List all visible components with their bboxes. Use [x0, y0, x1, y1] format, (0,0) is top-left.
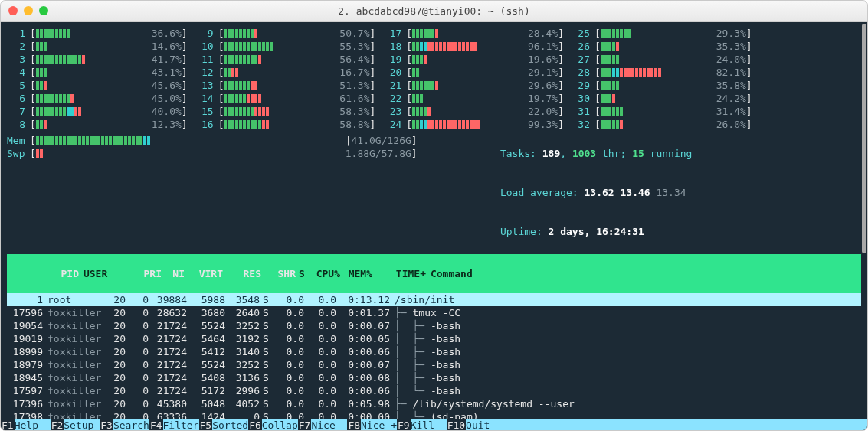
fkey-label[interactable]: Collap — [262, 419, 298, 431]
fkey-f9[interactable]: F9 — [397, 419, 411, 431]
cpu-meter-19: 19[19.6%] — [383, 53, 564, 66]
fkey-f3[interactable]: F3 — [100, 419, 113, 431]
fkey-label[interactable]: Help — [15, 419, 51, 431]
traffic-lights — [8, 6, 48, 15]
cpu-meter-16: 16[58.8%] — [195, 118, 376, 131]
fkey-label[interactable]: Quit — [466, 419, 502, 431]
fkey-label[interactable]: Filter — [163, 419, 199, 431]
cpu-meter-14: 14[61.6%] — [195, 92, 376, 105]
window-title: 2. abcdabcd987@tianyi00: ~ (ssh) — [338, 5, 529, 18]
cpu-meter-20: 20[29.1%] — [383, 66, 564, 79]
cpu-meter-10: 10[55.3%] — [195, 40, 376, 53]
scrollbar-thumb[interactable] — [862, 24, 866, 253]
cpu-meter-24: 24[99.3%] — [383, 118, 564, 131]
cpu-meter-22: 22[19.7%] — [383, 92, 564, 105]
fkey-f1[interactable]: F1 — [1, 419, 15, 431]
scrollbar[interactable] — [862, 24, 866, 429]
table-row[interactable]: 19019foxkiller2002172454643192S0.00.00:0… — [7, 332, 861, 345]
cpu-meter-13: 13[51.3%] — [195, 79, 376, 92]
cpu-meter-31: 31[31.4%] — [572, 105, 752, 118]
table-row[interactable]: 1root2003988459883548S0.00.00:13.12/sbin… — [7, 293, 861, 306]
process-table[interactable]: 1root2003988459883548S0.00.00:13.12/sbin… — [7, 293, 861, 431]
cpu-meter-15: 15[58.3%] — [195, 105, 376, 118]
table-row[interactable]: 17597foxkiller2002172451722996S0.00.00:0… — [7, 384, 861, 397]
cpu-meter-26: 26[35.3%] — [572, 40, 752, 53]
cpu-meter-29: 29[35.8%] — [572, 79, 752, 92]
terminal-window: 2. abcdabcd987@tianyi00: ~ (ssh) 1[36.6%… — [0, 0, 868, 431]
cpu-meter-9: 9[50.7%] — [195, 27, 376, 40]
cpu-meter-11: 11[56.4%] — [195, 53, 376, 66]
fkey-f4[interactable]: F4 — [149, 419, 163, 431]
fkey-f10[interactable]: F10 — [447, 419, 466, 431]
mem-meter: Mem[|41.0G/126G] — [7, 134, 418, 147]
fkey-label[interactable]: Search — [113, 419, 149, 431]
mem-area: Mem[|41.0G/126G] Swp[1.88G/57.8G] Tasks:… — [7, 134, 861, 251]
fkey-f5[interactable]: F5 — [199, 419, 213, 431]
cpu-meter-28: 28[82.1%] — [572, 66, 752, 79]
process-table-header[interactable]: PIDUSERPRINIVIRTRESSHRSCPU%MEM%TIME+Comm… — [7, 254, 861, 293]
minimize-icon[interactable] — [24, 6, 33, 15]
cpu-meter-8: 8[12.3%] — [7, 118, 188, 131]
close-icon[interactable] — [8, 6, 18, 15]
fkey-label[interactable]: Kill — [411, 419, 447, 431]
swp-meter: Swp[1.88G/57.8G] — [7, 147, 418, 160]
function-keys: F1Help F2Setup F3SearchF4FilterF5SortedF… — [1, 419, 867, 431]
fkey-label[interactable]: Setup — [64, 419, 100, 431]
terminal-body[interactable]: 1[36.6%]2[14.6%]3[41.7%]4[43.1%]5[45.6%]… — [1, 22, 867, 431]
cpu-columns: 1[36.6%]2[14.6%]3[41.7%]4[43.1%]5[45.6%]… — [7, 27, 752, 131]
table-row[interactable]: 19054foxkiller2002172455243252S0.00.00:0… — [7, 319, 861, 332]
fkey-f2[interactable]: F2 — [51, 419, 64, 431]
cpu-meter-23: 23[22.0%] — [383, 105, 564, 118]
cpu-meter-3: 3[41.7%] — [7, 53, 188, 66]
table-row[interactable]: 18979foxkiller2002172455243252S0.00.00:0… — [7, 358, 861, 371]
fkey-label[interactable]: Sorted — [212, 419, 248, 431]
cpu-meter-18: 18[96.1%] — [383, 40, 564, 53]
cpu-meter-25: 25[29.3%] — [572, 27, 752, 40]
cpu-meter-6: 6[45.0%] — [7, 92, 188, 105]
meters-area: 1[36.6%]2[14.6%]3[41.7%]4[43.1%]5[45.6%]… — [7, 27, 861, 131]
cpu-meter-2: 2[14.6%] — [7, 40, 188, 53]
table-row[interactable]: 18945foxkiller2002172454083136S0.00.00:0… — [7, 371, 861, 384]
table-row[interactable]: 17396foxkiller2004538050484052S0.00.00:0… — [7, 397, 861, 410]
fkey-label[interactable]: Nice + — [361, 419, 397, 431]
cpu-meter-4: 4[43.1%] — [7, 66, 188, 79]
maximize-icon[interactable] — [39, 6, 48, 15]
cpu-meter-7: 7[40.0%] — [7, 105, 188, 118]
system-info: Tasks: 189, 1003 thr; 15 running Load av… — [441, 134, 693, 251]
cpu-meter-21: 21[29.6%] — [383, 79, 564, 92]
cpu-meter-12: 12[16.7%] — [195, 66, 376, 79]
cpu-meter-17: 17[28.4%] — [383, 27, 564, 40]
cpu-meter-5: 5[45.6%] — [7, 79, 188, 92]
fkey-label[interactable]: Nice - — [311, 419, 347, 431]
cpu-meter-27: 27[24.0%] — [572, 53, 752, 66]
cpu-meter-1: 1[36.6%] — [7, 27, 188, 40]
cpu-meter-30: 30[24.2%] — [572, 92, 752, 105]
fkey-f8[interactable]: F8 — [347, 419, 361, 431]
table-row[interactable]: 17596foxkiller2002863236802640S0.00.00:0… — [7, 306, 861, 319]
table-row[interactable]: 18999foxkiller2002172454123140S0.00.00:0… — [7, 345, 861, 358]
titlebar[interactable]: 2. abcdabcd987@tianyi00: ~ (ssh) — [1, 1, 867, 22]
fkey-f7[interactable]: F7 — [298, 419, 312, 431]
fkey-f6[interactable]: F6 — [248, 419, 262, 431]
cpu-meter-32: 32[26.0%] — [572, 118, 752, 131]
